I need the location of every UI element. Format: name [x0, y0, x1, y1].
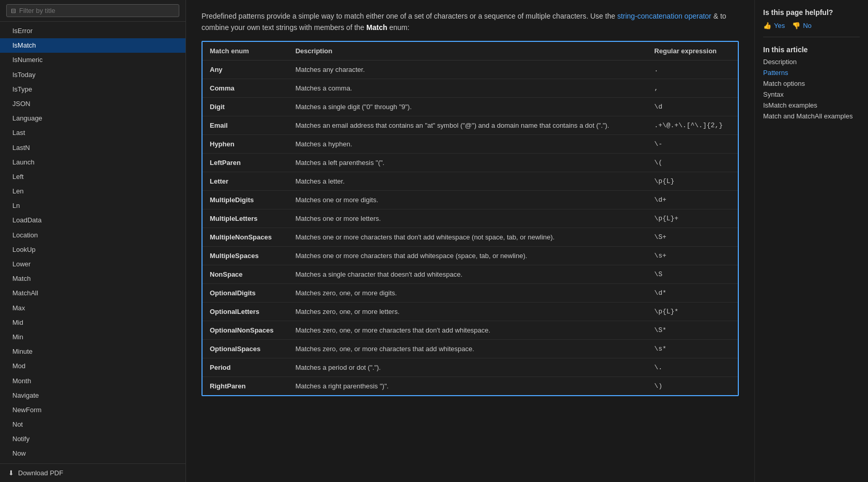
enum-cell: Period: [203, 358, 288, 376]
sidebar-item-lastn[interactable]: LastN: [0, 141, 185, 155]
sidebar-item-newform[interactable]: NewForm: [0, 403, 185, 417]
description-cell: Matches one or more characters that add …: [288, 246, 647, 265]
sidebar-item-istoday[interactable]: IsToday: [0, 68, 185, 82]
table-row: CommaMatches a comma.,: [203, 79, 738, 97]
sidebar-item-ln[interactable]: Ln: [0, 199, 185, 213]
col-regex: Regular expression: [647, 42, 738, 61]
description-cell: Matches a right parenthesis ")".: [288, 376, 647, 395]
regex-cell: \d*: [647, 283, 738, 302]
thumbs-down-icon: 👎: [792, 22, 800, 29]
description-cell: Matches a period or dot (".").: [288, 358, 647, 376]
enum-cell: Digit: [203, 97, 288, 116]
download-pdf-button[interactable]: ⬇ Download PDF: [0, 463, 185, 482]
enum-cell: Comma: [203, 79, 288, 97]
enum-cell: MultipleNonSpaces: [203, 228, 288, 246]
enum-cell: MultipleDigits: [203, 190, 288, 209]
sidebar-item-mid[interactable]: Mid: [0, 315, 185, 330]
table-row: AnyMatches any character..: [203, 60, 738, 79]
filter-input-wrap[interactable]: ⊟: [6, 4, 179, 17]
sidebar-item-lower[interactable]: Lower: [0, 257, 185, 272]
right-panel: Is this page helpful? 👍 Yes 👎 No In this…: [754, 0, 868, 482]
header-row: Match enum Description Regular expressio…: [203, 42, 738, 61]
sidebar-list: IsErrorIsMatchIsNumericIsTodayIsTypeJSON…: [0, 22, 185, 463]
toc-item-match-and-matchall-examples[interactable]: Match and MatchAll examples: [763, 112, 860, 120]
table-row: OptionalLettersMatches zero, one, or mor…: [203, 302, 738, 321]
enum-cell: OptionalLetters: [203, 302, 288, 321]
intro-text-4: enum:: [389, 23, 409, 32]
sidebar-item-matchall[interactable]: MatchAll: [0, 286, 185, 300]
toc-item-patterns[interactable]: Patterns: [763, 69, 860, 77]
enum-cell: NonSpace: [203, 265, 288, 283]
table-row: LetterMatches a letter.\p{L}: [203, 172, 738, 190]
sidebar: ⊟ IsErrorIsMatchIsNumericIsTodayIsTypeJS…: [0, 0, 186, 482]
regex-cell: \p{L}*: [647, 302, 738, 321]
regex-cell: \S+: [647, 228, 738, 246]
toc-item-match-options[interactable]: Match options: [763, 80, 860, 87]
description-cell: Matches an email address that contains a…: [288, 116, 647, 134]
sidebar-item-mod[interactable]: Mod: [0, 359, 185, 373]
sidebar-item-match[interactable]: Match: [0, 272, 185, 286]
regex-cell: \s*: [647, 339, 738, 358]
yes-button[interactable]: 👍 Yes: [763, 22, 785, 29]
enum-cell: Letter: [203, 172, 288, 190]
string-concat-link[interactable]: string-concatenation operator: [617, 12, 711, 20]
sidebar-item-lookup[interactable]: LookUp: [0, 243, 185, 257]
no-button[interactable]: 👎 No: [792, 22, 812, 29]
description-cell: Matches a comma.: [288, 79, 647, 97]
sidebar-item-notify[interactable]: Notify: [0, 432, 185, 446]
intro-ampersand: &: [714, 12, 720, 20]
sidebar-item-len[interactable]: Len: [0, 184, 185, 199]
toc-item-description[interactable]: Description: [763, 58, 860, 66]
description-cell: Matches zero, one, or more characters th…: [288, 339, 647, 358]
sidebar-item-now[interactable]: Now: [0, 446, 185, 461]
sidebar-item-launch[interactable]: Launch: [0, 155, 185, 170]
table-row: PeriodMatches a period or dot (".").\.: [203, 358, 738, 376]
table-row: MultipleSpacesMatches one or more charac…: [203, 246, 738, 265]
description-cell: Matches a single character that doesn't …: [288, 265, 647, 283]
yes-label: Yes: [774, 22, 785, 29]
regex-cell: ,: [647, 79, 738, 97]
toc-item-ismatch-examples[interactable]: IsMatch examples: [763, 101, 860, 109]
sidebar-item-navigate[interactable]: Navigate: [0, 388, 185, 403]
regex-cell: \.: [647, 358, 738, 376]
sidebar-item-istype[interactable]: IsType: [0, 82, 185, 97]
table-row: NonSpaceMatches a single character that …: [203, 265, 738, 283]
enum-cell: MultipleLetters: [203, 209, 288, 228]
enum-cell: OptionalDigits: [203, 283, 288, 302]
enum-cell: OptionalNonSpaces: [203, 321, 288, 339]
sidebar-item-iserror[interactable]: IsError: [0, 24, 185, 38]
sidebar-item-min[interactable]: Min: [0, 330, 185, 344]
enum-cell: OptionalSpaces: [203, 339, 288, 358]
description-cell: Matches zero, one, or more digits.: [288, 283, 647, 302]
table-row: RightParenMatches a right parenthesis ")…: [203, 376, 738, 395]
sidebar-item-json[interactable]: JSON: [0, 97, 185, 111]
toc-list: DescriptionPatternsMatch optionsSyntaxIs…: [763, 58, 860, 120]
filter-input[interactable]: [19, 7, 175, 14]
description-cell: Matches zero, one, or more characters th…: [288, 321, 647, 339]
sidebar-item-minute[interactable]: Minute: [0, 344, 185, 359]
helpful-section: Is this page helpful? 👍 Yes 👎 No: [763, 8, 860, 37]
description-cell: Matches a hyphen.: [288, 134, 647, 153]
sidebar-item-isnumeric[interactable]: IsNumeric: [0, 53, 185, 67]
table-row: OptionalNonSpacesMatches zero, one, or m…: [203, 321, 738, 339]
download-pdf-label: Download PDF: [18, 469, 63, 477]
table-row: OptionalSpacesMatches zero, one, or more…: [203, 339, 738, 358]
sidebar-item-max[interactable]: Max: [0, 301, 185, 315]
table-row: HyphenMatches a hyphen.\-: [203, 134, 738, 153]
sidebar-item-month[interactable]: Month: [0, 374, 185, 388]
sidebar-item-loaddata[interactable]: LoadData: [0, 213, 185, 228]
description-cell: Matches a left parenthesis "(".: [288, 153, 647, 172]
download-icon: ⬇: [8, 469, 14, 477]
toc-item-syntax[interactable]: Syntax: [763, 91, 860, 98]
enum-cell: Email: [203, 116, 288, 134]
sidebar-item-last[interactable]: Last: [0, 126, 185, 140]
regex-cell: \S*: [647, 321, 738, 339]
sidebar-item-location[interactable]: Location: [0, 228, 185, 243]
sidebar-item-language[interactable]: Language: [0, 111, 185, 126]
enum-cell: Any: [203, 60, 288, 79]
description-cell: Matches a single digit ("0" through "9")…: [288, 97, 647, 116]
sidebar-item-left[interactable]: Left: [0, 170, 185, 184]
sidebar-item-ismatch[interactable]: IsMatch: [0, 38, 185, 53]
toc-title: In this article: [763, 46, 860, 54]
sidebar-item-not[interactable]: Not: [0, 417, 185, 432]
